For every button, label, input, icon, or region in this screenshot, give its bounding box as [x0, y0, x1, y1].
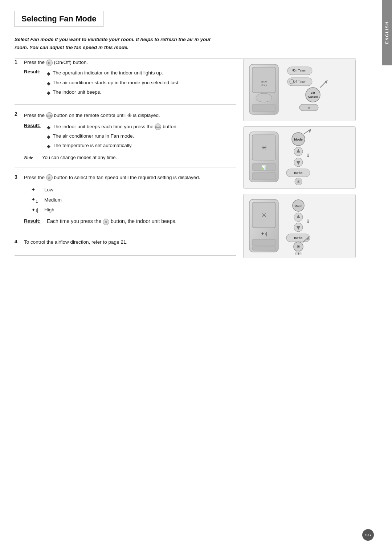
- svg-text:good: good: [261, 80, 267, 83]
- svg-text:Set: Set: [311, 91, 315, 94]
- diamond-icon: ◆: [47, 123, 50, 131]
- remote-svg-3: ✳ ✦ı| Mode: [246, 196, 347, 255]
- fan-low-icon: ✦: [31, 185, 40, 195]
- svg-point-4: [256, 93, 272, 102]
- svg-text:sleep: sleep: [261, 84, 267, 87]
- step-1-text: Press the ⊙ (On/Off) button.: [24, 59, 236, 66]
- fan-high-icon: ✦ı|: [31, 205, 40, 215]
- svg-text:📊: 📊: [261, 165, 266, 170]
- main-content: Selecting Fan Mode Select Fan mode if yo…: [0, 0, 381, 548]
- note-text: You can change modes at any time.: [42, 155, 117, 160]
- page-container: ENGLISH Selecting Fan Mode Select Fan mo…: [0, 0, 392, 548]
- content-area: 1 Press the ⊙ (On/Off) button. Result: ◆: [15, 59, 356, 260]
- svg-text:Cancel: Cancel: [308, 95, 318, 98]
- fan-speed-item-high: ✦ı| High: [31, 205, 236, 215]
- step-2-content: Press the Mode button on the remote cont…: [24, 111, 236, 161]
- page-title-box: Selecting Fan Mode: [15, 11, 103, 27]
- sidebar-tab: ENGLISH: [382, 0, 392, 65]
- svg-text:Turbo: Turbo: [294, 171, 303, 175]
- svg-text:🌡: 🌡: [306, 153, 311, 158]
- step-4-content: To control the airflow direction, refer …: [24, 239, 236, 249]
- svg-rect-43: [252, 247, 275, 250]
- svg-text:⊙: ⊙: [308, 106, 310, 109]
- svg-text:✦ı|: ✦ı|: [261, 231, 267, 236]
- svg-text:✳: ✳: [297, 180, 300, 184]
- result-item: ◆ The indoor unit beeps each time you pr…: [47, 123, 177, 131]
- svg-rect-1: [252, 67, 275, 93]
- step-1-result-label: Result:: [24, 69, 44, 97]
- step-3-result-text: Each time you press the ⊃ button, the in…: [47, 218, 176, 225]
- step-2-result-label: Result:: [24, 123, 44, 151]
- step-2-row: 2 Press the Mode button on the remote co…: [15, 111, 236, 161]
- svg-text:✳: ✳: [297, 244, 300, 249]
- diamond-icon: ◆: [47, 142, 50, 150]
- illustration-1: good sleep On Timer: [243, 59, 356, 121]
- fan-medium-label: Medium: [44, 195, 62, 205]
- illustration-3: ✳ ✦ı| Mode: [243, 194, 356, 258]
- step-2-number: 2: [15, 111, 20, 117]
- step-2-section: 2 Press the Mode button on the remote co…: [15, 105, 236, 167]
- svg-text:On Timer: On Timer: [293, 69, 306, 72]
- diamond-icon: ◆: [47, 89, 50, 97]
- diamond-icon: ◆: [47, 133, 50, 141]
- note-label: Note: [24, 155, 38, 161]
- svg-text:🌡: 🌡: [306, 218, 311, 224]
- page-number-text: E-17: [364, 533, 371, 537]
- fan-high-label: High: [44, 205, 54, 215]
- step-4-number: 4: [15, 239, 20, 244]
- sidebar-label: ENGLISH: [385, 21, 389, 44]
- page-title: Selecting Fan Mode: [21, 14, 97, 23]
- step-3-result-row: Result: Each time you press the ⊃ button…: [24, 218, 236, 225]
- fan-speed-item-low: ✦ Low: [31, 185, 236, 195]
- fan-speed-icon-inline: ⊃: [46, 174, 53, 181]
- step-3-text: Press the ⊃ button to select the fan spe…: [24, 174, 236, 181]
- svg-text:Mode: Mode: [295, 204, 302, 208]
- result-item-text: The air conditioner runs in Fan mode.: [53, 132, 134, 141]
- step-3-section: 3 Press the ⊃ button to select the fan s…: [15, 167, 236, 232]
- step-3-number: 3: [15, 174, 20, 180]
- step-2-result-items: ◆ The indoor unit beeps each time you pr…: [47, 123, 177, 151]
- svg-text:Off Timer: Off Timer: [293, 80, 306, 84]
- step-2-result-row: Result: ◆ The indoor unit beeps each tim…: [24, 123, 236, 151]
- step-1-content: Press the ⊙ (On/Off) button. Result: ◆ T…: [24, 59, 236, 98]
- note-row: Note You can change modes at any time.: [24, 155, 236, 161]
- result-item-text: The operation indicator on the indoor un…: [53, 69, 163, 77]
- diamond-icon: ◆: [47, 70, 50, 78]
- fan-speed-item-medium: ✦1 Medium: [31, 195, 236, 205]
- result-item-text: The temperature is set automatically.: [53, 142, 132, 150]
- onoff-icon: ⊙: [46, 60, 53, 66]
- result-item: ◆ The indoor unit beeps.: [47, 88, 180, 97]
- svg-point-12: [306, 88, 320, 102]
- step-3-row: 3 Press the ⊃ button to select the fan s…: [15, 174, 236, 225]
- svg-text:✳: ✳: [261, 212, 267, 219]
- result-item: ◆ The temperature is set automatically.: [47, 142, 177, 150]
- fan-low-label: Low: [44, 185, 53, 195]
- step-4-text: To control the airflow direction, refer …: [24, 239, 236, 246]
- svg-text:✳: ✳: [261, 144, 267, 151]
- result-item: ◆ The operation indicator on the indoor …: [47, 69, 180, 78]
- step-1-section: 1 Press the ⊙ (On/Off) button. Result: ◆: [15, 59, 236, 105]
- result-item-text: The indoor unit beeps each time you pres…: [53, 123, 177, 131]
- svg-rect-42: [252, 239, 275, 246]
- svg-text:Turbo: Turbo: [294, 236, 303, 240]
- step-4-row: 4 To control the airflow direction, refe…: [15, 239, 236, 249]
- fan-speed-list: ✦ Low ✦1 Medium ✦ı| High: [31, 185, 236, 215]
- illustration-2: ✳ 📊 Mode: [243, 126, 356, 189]
- result-item: ◆ The air conditioner starts up in the m…: [47, 79, 180, 88]
- step-2-text: Press the Mode button on the remote cont…: [24, 111, 236, 120]
- page-number: E-17: [362, 529, 374, 541]
- remote-svg-2: ✳ 📊 Mode: [246, 129, 347, 185]
- right-column: good sleep On Timer: [243, 59, 356, 260]
- intro-text: Select Fan mode if you want to ventilate…: [15, 36, 225, 51]
- diamond-icon: ◆: [47, 80, 50, 88]
- svg-text:Mode: Mode: [294, 138, 303, 141]
- mode-icon-small: Mode: [155, 123, 161, 130]
- mode-icon-inline: Mode: [46, 112, 53, 119]
- step-4-section: 4 To control the airflow direction, refe…: [15, 232, 236, 256]
- left-column: 1 Press the ⊙ (On/Off) button. Result: ◆: [15, 59, 243, 260]
- step-3-result-label: Result:: [24, 218, 44, 225]
- result-item-text: The indoor unit beeps.: [53, 88, 101, 97]
- step-1-number: 1: [15, 59, 20, 65]
- step-1-result-items: ◆ The operation indicator on the indoor …: [47, 69, 180, 97]
- svg-rect-24: [252, 172, 275, 180]
